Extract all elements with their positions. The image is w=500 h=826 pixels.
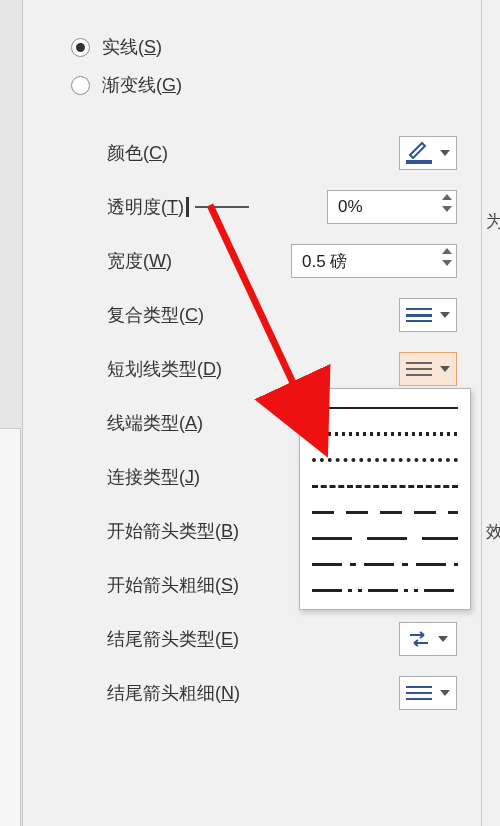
chevron-down-icon	[440, 690, 450, 696]
chevron-down-icon	[440, 150, 450, 156]
label-end-size: 结尾箭头粗细(N)	[107, 681, 240, 705]
transparency-input[interactable]: 0%	[327, 190, 457, 224]
dash-type-dropdown	[299, 388, 471, 610]
spin-down-icon[interactable]	[442, 260, 452, 266]
chevron-down-icon	[440, 366, 450, 372]
dash-option-solid[interactable]	[300, 395, 470, 421]
chevron-down-icon	[438, 636, 448, 642]
dash-option-round-dot[interactable]	[300, 421, 470, 447]
row-color: 颜色(C)	[107, 126, 457, 180]
radio-solid-line[interactable]: 实线(S)	[71, 28, 182, 66]
label-transparency: 透明度(T)	[107, 195, 184, 219]
radio-solid-label: 实线(S)	[102, 35, 162, 59]
size-lines-icon	[406, 686, 432, 700]
spin-up-icon[interactable]	[442, 194, 452, 200]
row-transparency: 透明度(T) 0%	[107, 180, 457, 234]
label-end-type: 结尾箭头类型(E)	[107, 627, 239, 651]
arrow-swap-icon	[408, 630, 430, 648]
width-input[interactable]: 0.5 磅	[291, 244, 457, 278]
spin-down-icon[interactable]	[442, 206, 452, 212]
chevron-down-icon	[440, 312, 450, 318]
pen-icon	[406, 144, 432, 162]
spin-up-icon[interactable]	[442, 248, 452, 254]
label-dash: 短划线类型(D)	[107, 357, 222, 381]
transparency-value: 0%	[338, 197, 363, 217]
row-end-arrow-size: 结尾箭头粗细(N)	[107, 666, 457, 720]
line-type-radio-group: 实线(S) 渐变线(G)	[71, 0, 182, 104]
edge-text-2: 效	[486, 520, 500, 543]
label-begin-size: 开始箭头粗细(S)	[107, 573, 239, 597]
end-arrow-type-button[interactable]	[399, 622, 457, 656]
label-width: 宽度(W)	[107, 249, 172, 273]
label-begin-type: 开始箭头类型(B)	[107, 519, 239, 543]
dash-option-long-dash-dot-dot[interactable]	[300, 577, 470, 603]
transparency-slider[interactable]	[184, 197, 249, 217]
dash-preview-icon	[406, 362, 432, 376]
dash-option-long-dash[interactable]	[300, 525, 470, 551]
radio-dot-icon	[71, 38, 90, 57]
radio-gradient-line[interactable]: 渐变线(G)	[71, 66, 182, 104]
row-end-arrow-type: 结尾箭头类型(E)	[107, 612, 457, 666]
dash-option-long-dash-dot[interactable]	[300, 551, 470, 577]
dash-option-dash[interactable]	[300, 473, 470, 499]
label-cap: 线端类型(A)	[107, 411, 203, 435]
edge-text-1: 为	[486, 210, 500, 233]
dash-option-square-dot[interactable]	[300, 447, 470, 473]
label-compound: 复合类型(C)	[107, 303, 204, 327]
compound-lines-icon	[406, 308, 432, 322]
dash-type-button[interactable]	[399, 352, 457, 386]
row-compound-type: 复合类型(C)	[107, 288, 457, 342]
end-arrow-size-button[interactable]	[399, 676, 457, 710]
radio-dot-icon	[71, 76, 90, 95]
line-format-panel: 实线(S) 渐变线(G) 颜色(C)	[22, 0, 482, 826]
label-color: 颜色(C)	[107, 141, 168, 165]
dash-option-dash-dot[interactable]	[300, 499, 470, 525]
row-width: 宽度(W) 0.5 磅	[107, 234, 457, 288]
color-picker-button[interactable]	[399, 136, 457, 170]
left-panel-edge	[0, 428, 21, 826]
adjacent-panel-edge: 为 效	[481, 0, 500, 826]
radio-gradient-label: 渐变线(G)	[102, 73, 182, 97]
compound-type-button[interactable]	[399, 298, 457, 332]
label-join: 连接类型(J)	[107, 465, 200, 489]
width-value: 0.5 磅	[302, 250, 347, 273]
